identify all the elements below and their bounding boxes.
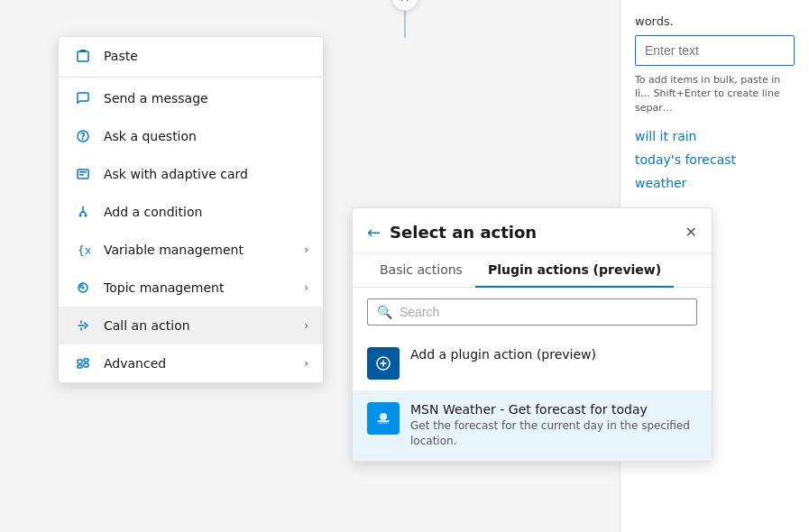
svg-rect-2: [80, 50, 86, 51]
add-plugin-title: Add a plugin action (preview): [410, 347, 596, 362]
ask-adaptive-label: Ask with adaptive card: [104, 167, 308, 181]
svg-point-8: [79, 215, 82, 217]
svg-rect-13: [78, 360, 82, 363]
search-input[interactable]: [400, 305, 687, 319]
action-list: Add a plugin action (preview) MSN Weathe…: [353, 336, 712, 461]
svg-point-18: [380, 413, 387, 420]
svg-rect-14: [84, 363, 88, 367]
close-icon: ✕: [400, 0, 410, 5]
menu-item-add-condition[interactable]: Add a condition: [59, 193, 323, 231]
paste-icon: [73, 46, 93, 66]
menu-item-ask-question[interactable]: ? Ask a question: [59, 117, 323, 155]
svg-rect-16: [84, 359, 88, 362]
call-action-chevron-icon: ›: [304, 319, 308, 332]
svg-text:?: ?: [80, 132, 86, 142]
paste-label: Paste: [104, 49, 308, 63]
tag-will-it-rain[interactable]: will it rain: [635, 129, 795, 143]
advanced-chevron-icon: ›: [304, 357, 308, 370]
variable-chevron-icon: ›: [304, 243, 308, 256]
action-icon: [73, 316, 93, 335]
svg-point-9: [85, 215, 87, 217]
svg-rect-15: [78, 365, 82, 368]
variable-management-label: Variable management: [104, 243, 304, 257]
menu-item-send-message[interactable]: Send a message: [59, 79, 323, 117]
topic-icon: [73, 278, 93, 298]
adaptive-icon: [73, 164, 93, 184]
menu-item-call-action[interactable]: Call an action ›: [59, 307, 323, 344]
advanced-icon: [73, 353, 93, 373]
context-menu: Paste Send a message ? Ask a question: [58, 36, 324, 383]
hint-text: To add items in bulk, paste in li… Shift…: [635, 73, 795, 115]
tag-weather[interactable]: weather: [635, 176, 795, 190]
action-item-msn-weather[interactable]: MSN Weather - Get forecast for today Get…: [353, 391, 712, 461]
tab-plugin-actions[interactable]: Plugin actions (preview): [475, 253, 674, 288]
words-text: words.: [635, 14, 795, 28]
advanced-label: Advanced: [104, 356, 304, 371]
svg-text:{x}: {x}: [78, 243, 90, 257]
add-plugin-icon: [367, 347, 400, 380]
msn-weather-title: MSN Weather - Get forecast for today: [410, 402, 697, 417]
question-icon: ?: [73, 126, 93, 146]
divider-1: [59, 77, 323, 78]
ask-question-label: Ask a question: [104, 129, 308, 143]
svg-rect-1: [78, 51, 88, 61]
msn-weather-desc: Get the forecast for the current day in …: [410, 418, 697, 449]
svg-rect-6: [79, 171, 87, 173]
close-button[interactable]: ✕: [391, 0, 418, 11]
action-panel-title: Select an action: [390, 223, 685, 242]
svg-rect-7: [79, 174, 84, 176]
variable-icon: {x}: [73, 240, 93, 260]
enter-text-input[interactable]: [635, 35, 795, 66]
search-box: 🔍: [367, 298, 697, 326]
weather-icon: [367, 402, 400, 435]
tab-basic-actions[interactable]: Basic actions: [367, 253, 475, 288]
add-condition-label: Add a condition: [104, 205, 308, 219]
action-panel-close-button[interactable]: ✕: [685, 224, 697, 241]
back-button[interactable]: ←: [367, 223, 381, 242]
menu-item-advanced[interactable]: Advanced ›: [59, 344, 323, 382]
topic-chevron-icon: ›: [304, 281, 308, 294]
menu-item-topic-management[interactable]: Topic management ›: [59, 269, 323, 307]
condition-icon: [73, 202, 93, 222]
svg-point-12: [82, 287, 85, 289]
action-item-add-plugin[interactable]: Add a plugin action (preview): [353, 336, 712, 391]
tag-todays-forecast[interactable]: today's forecast: [635, 152, 795, 167]
call-action-label: Call an action: [104, 318, 304, 333]
action-panel-tabs: Basic actions Plugin actions (preview): [353, 253, 712, 288]
search-container: 🔍: [353, 288, 712, 336]
add-plugin-content: Add a plugin action (preview): [410, 347, 596, 363]
action-panel: ← Select an action ✕ Basic actions Plugi…: [352, 207, 712, 462]
msn-weather-content: MSN Weather - Get forecast for today Get…: [410, 402, 697, 449]
search-icon: 🔍: [377, 305, 392, 319]
menu-item-variable-management[interactable]: {x} Variable management ›: [59, 231, 323, 269]
menu-item-paste[interactable]: Paste: [59, 37, 323, 75]
message-icon: [73, 88, 93, 108]
action-panel-header: ← Select an action ✕: [353, 208, 712, 253]
send-message-label: Send a message: [104, 91, 308, 105]
topic-management-label: Topic management: [104, 280, 304, 295]
menu-item-ask-adaptive[interactable]: Ask with adaptive card: [59, 155, 323, 193]
